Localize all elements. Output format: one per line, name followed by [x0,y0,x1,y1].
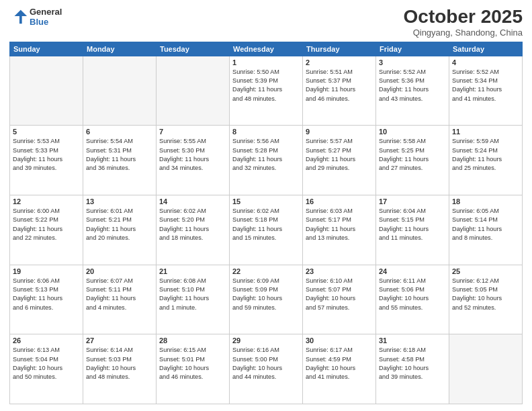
calendar-week-row: 5Sunrise: 5:53 AM Sunset: 5:33 PM Daylig… [10,126,523,195]
calendar-table: SundayMondayTuesdayWednesdayThursdayFrid… [9,42,523,404]
calendar-day-cell: 11Sunrise: 5:59 AM Sunset: 5:24 PM Dayli… [449,126,523,195]
calendar-day-cell: 13Sunrise: 6:01 AM Sunset: 5:21 PM Dayli… [83,195,157,265]
calendar-day-cell: 3Sunrise: 5:52 AM Sunset: 5:36 PM Daylig… [376,56,449,126]
day-number: 18 [452,197,519,205]
day-detail: Sunrise: 5:55 AM Sunset: 5:30 PM Dayligh… [159,137,226,173]
calendar-day-cell: 24Sunrise: 6:11 AM Sunset: 5:06 PM Dayli… [376,265,449,334]
calendar-day-cell: 29Sunrise: 6:16 AM Sunset: 5:00 PM Dayli… [230,334,303,404]
calendar-day-cell [10,56,83,126]
calendar-day-cell: 23Sunrise: 6:10 AM Sunset: 5:07 PM Dayli… [303,265,376,334]
calendar-day-cell: 8Sunrise: 5:56 AM Sunset: 5:28 PM Daylig… [230,126,303,195]
day-number: 1 [232,58,300,66]
day-detail: Sunrise: 5:56 AM Sunset: 5:28 PM Dayligh… [232,137,300,173]
day-number: 7 [159,128,226,136]
calendar-day-cell [449,334,523,404]
day-detail: Sunrise: 6:03 AM Sunset: 5:17 PM Dayligh… [306,207,373,242]
day-number: 11 [452,128,519,136]
svg-marker-0 [14,10,27,24]
day-number: 16 [306,197,373,205]
day-number: 23 [306,267,373,275]
day-detail: Sunrise: 5:59 AM Sunset: 5:24 PM Dayligh… [452,137,519,173]
calendar-day-cell: 18Sunrise: 6:05 AM Sunset: 5:14 PM Dayli… [449,195,523,265]
day-detail: Sunrise: 6:09 AM Sunset: 5:09 PM Dayligh… [232,277,300,312]
day-detail: Sunrise: 5:53 AM Sunset: 5:33 PM Dayligh… [13,137,80,173]
day-number: 10 [379,128,446,136]
day-number: 19 [13,267,80,275]
day-number: 3 [379,58,446,66]
day-number: 12 [13,197,80,205]
weekday-header-wednesday: Wednesday [230,42,303,56]
calendar-day-cell: 22Sunrise: 6:09 AM Sunset: 5:09 PM Dayli… [230,265,303,334]
day-number: 20 [86,267,153,275]
day-detail: Sunrise: 6:10 AM Sunset: 5:07 PM Dayligh… [306,277,373,312]
day-number: 5 [13,128,80,136]
day-detail: Sunrise: 6:13 AM Sunset: 5:04 PM Dayligh… [13,346,80,381]
calendar-week-row: 1Sunrise: 5:50 AM Sunset: 5:39 PM Daylig… [10,56,523,126]
logo-icon [9,7,28,26]
calendar-day-cell: 14Sunrise: 6:02 AM Sunset: 5:20 PM Dayli… [157,195,230,265]
day-detail: Sunrise: 5:50 AM Sunset: 5:39 PM Dayligh… [232,68,300,103]
calendar-day-cell: 5Sunrise: 5:53 AM Sunset: 5:33 PM Daylig… [10,126,83,195]
day-number: 30 [306,336,373,345]
day-detail: Sunrise: 5:52 AM Sunset: 5:34 PM Dayligh… [452,68,519,103]
title-block: October 2025 Qingyang, Shandong, China [404,7,523,38]
logo-general: General [30,7,62,17]
logo: General Blue [9,7,62,27]
calendar-day-cell: 7Sunrise: 5:55 AM Sunset: 5:30 PM Daylig… [157,126,230,195]
day-detail: Sunrise: 6:14 AM Sunset: 5:03 PM Dayligh… [86,346,153,381]
day-number: 9 [306,128,373,136]
day-detail: Sunrise: 6:08 AM Sunset: 5:10 PM Dayligh… [159,277,226,312]
calendar-day-cell: 20Sunrise: 6:07 AM Sunset: 5:11 PM Dayli… [83,265,157,334]
calendar-day-cell: 25Sunrise: 6:12 AM Sunset: 5:05 PM Dayli… [449,265,523,334]
calendar-day-cell [157,56,230,126]
calendar-day-cell [83,56,157,126]
day-detail: Sunrise: 6:02 AM Sunset: 5:20 PM Dayligh… [159,207,226,242]
day-detail: Sunrise: 5:54 AM Sunset: 5:31 PM Dayligh… [86,137,153,173]
day-number: 27 [86,336,153,345]
day-detail: Sunrise: 6:12 AM Sunset: 5:05 PM Dayligh… [452,277,519,312]
day-number: 29 [232,336,300,345]
location-subtitle: Qingyang, Shandong, China [404,28,523,38]
day-number: 21 [159,267,226,275]
calendar-day-cell: 30Sunrise: 6:17 AM Sunset: 4:59 PM Dayli… [303,334,376,404]
calendar-day-cell: 16Sunrise: 6:03 AM Sunset: 5:17 PM Dayli… [303,195,376,265]
weekday-header-sunday: Sunday [10,42,83,56]
calendar-day-cell: 19Sunrise: 6:06 AM Sunset: 5:13 PM Dayli… [10,265,83,334]
calendar-day-cell: 10Sunrise: 5:58 AM Sunset: 5:25 PM Dayli… [376,126,449,195]
day-detail: Sunrise: 6:04 AM Sunset: 5:15 PM Dayligh… [379,207,446,242]
day-detail: Sunrise: 6:00 AM Sunset: 5:22 PM Dayligh… [13,207,80,242]
day-number: 26 [13,336,80,345]
day-number: 6 [86,128,153,136]
calendar-week-row: 26Sunrise: 6:13 AM Sunset: 5:04 PM Dayli… [10,334,523,404]
calendar-day-cell: 27Sunrise: 6:14 AM Sunset: 5:03 PM Dayli… [83,334,157,404]
day-number: 13 [86,197,153,205]
calendar-day-cell: 28Sunrise: 6:15 AM Sunset: 5:01 PM Dayli… [157,334,230,404]
day-number: 31 [379,336,446,345]
calendar-week-row: 12Sunrise: 6:00 AM Sunset: 5:22 PM Dayli… [10,195,523,265]
day-detail: Sunrise: 5:51 AM Sunset: 5:37 PM Dayligh… [306,68,373,103]
calendar-day-cell: 12Sunrise: 6:00 AM Sunset: 5:22 PM Dayli… [10,195,83,265]
calendar-day-cell: 26Sunrise: 6:13 AM Sunset: 5:04 PM Dayli… [10,334,83,404]
day-number: 14 [159,197,226,205]
weekday-header-tuesday: Tuesday [157,42,230,56]
day-number: 24 [379,267,446,275]
day-number: 25 [452,267,519,275]
page: General Blue October 2025 Qingyang, Shan… [0,0,532,411]
day-detail: Sunrise: 6:02 AM Sunset: 5:18 PM Dayligh… [232,207,300,242]
weekday-header-thursday: Thursday [303,42,376,56]
day-detail: Sunrise: 6:17 AM Sunset: 4:59 PM Dayligh… [306,346,373,381]
day-detail: Sunrise: 6:11 AM Sunset: 5:06 PM Dayligh… [379,277,446,312]
calendar-day-cell: 4Sunrise: 5:52 AM Sunset: 5:34 PM Daylig… [449,56,523,126]
day-detail: Sunrise: 6:07 AM Sunset: 5:11 PM Dayligh… [86,277,153,312]
logo-blue: Blue [30,17,62,27]
logo-text: General Blue [30,7,62,27]
weekday-header-row: SundayMondayTuesdayWednesdayThursdayFrid… [10,42,523,56]
calendar-week-row: 19Sunrise: 6:06 AM Sunset: 5:13 PM Dayli… [10,265,523,334]
day-number: 4 [452,58,519,66]
calendar-day-cell: 6Sunrise: 5:54 AM Sunset: 5:31 PM Daylig… [83,126,157,195]
day-number: 2 [306,58,373,66]
weekday-header-monday: Monday [83,42,157,56]
month-title: October 2025 [404,7,523,28]
calendar-day-cell: 21Sunrise: 6:08 AM Sunset: 5:10 PM Dayli… [157,265,230,334]
day-number: 15 [232,197,300,205]
